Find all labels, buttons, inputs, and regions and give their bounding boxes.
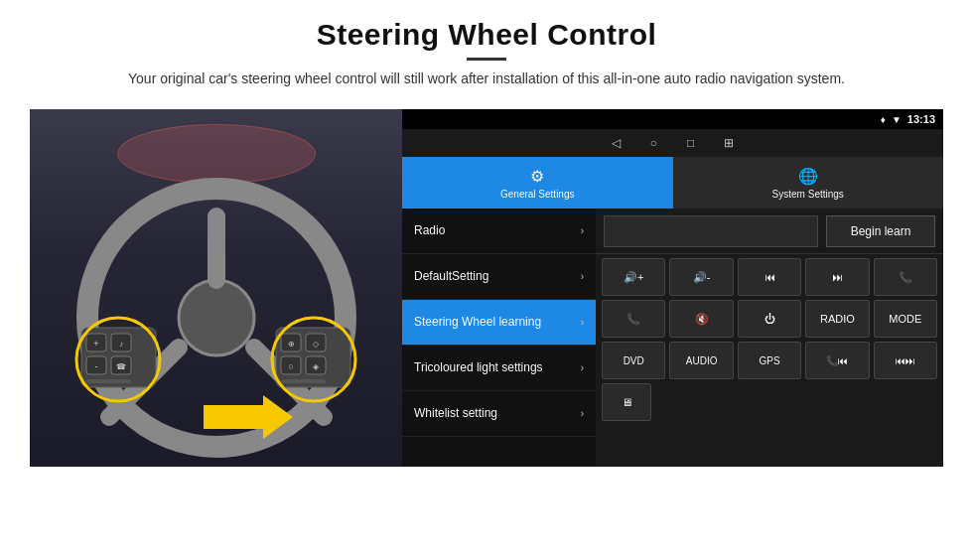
menu-item-radio[interactable]: Radio ›	[402, 209, 596, 254]
controls-grid: 🔊+ 🔊- ⏮ ⏭ 📞	[596, 254, 943, 342]
phone-icon: 📞	[899, 271, 912, 284]
ctrl-row-2: 📞 🔇 ⏻ RADIO MO	[602, 300, 937, 338]
nav-bar: ◁ ○ □ ⊞	[402, 129, 943, 157]
svg-text:☎: ☎	[116, 362, 126, 371]
svg-text:-: -	[95, 361, 98, 371]
chevron-right-icon: ›	[581, 225, 584, 236]
menu-item-whitelist[interactable]: Whitelist setting ›	[402, 391, 596, 437]
prev-next-button[interactable]: ⏮⏭	[874, 342, 937, 379]
svg-text:◇: ◇	[313, 340, 320, 349]
mute-icon: 🔇	[695, 313, 709, 326]
chevron-right-icon: ›	[581, 362, 584, 373]
dvd-button[interactable]: DVD	[602, 342, 665, 379]
menu-item-tricolour[interactable]: Tricoloured light settings ›	[402, 346, 596, 391]
gps-label: GPS	[759, 355, 779, 366]
radio-row: Begin learn	[596, 209, 943, 254]
status-bar: ♦ ▼ 13:13	[402, 109, 943, 129]
back-nav-icon[interactable]: ◁	[612, 136, 621, 150]
prev-next-icon: ⏮⏭	[896, 355, 915, 366]
bottom-row: DVD AUDIO GPS 📞⏮ ⏮⏭	[596, 342, 943, 383]
title-divider	[467, 58, 506, 61]
menu-tricolour-label: Tricoloured light settings	[414, 360, 543, 376]
audio-label: AUDIO	[686, 355, 718, 366]
menu-default-label: DefaultSetting	[414, 269, 488, 285]
gps-button[interactable]: GPS	[738, 342, 801, 379]
signal-icon: ▼	[892, 114, 902, 125]
next-track-button[interactable]: ⏭	[805, 258, 869, 296]
gear-icon: ⚙	[530, 167, 544, 186]
phone-prev-button[interactable]: 📞⏮	[805, 342, 869, 379]
android-screen: ♦ ▼ 13:13 ◁ ○ □ ⊞ ⚙ General Settings �	[402, 109, 943, 467]
svg-text:◈: ◈	[313, 362, 320, 371]
menu-item-default[interactable]: DefaultSetting ›	[402, 254, 596, 300]
recent-nav-icon[interactable]: □	[687, 136, 694, 150]
next-track-icon: ⏭	[832, 271, 843, 283]
chevron-right-icon: ›	[581, 317, 584, 328]
status-time: 13:13	[907, 113, 935, 125]
prev-track-icon: ⏮	[764, 271, 775, 283]
tab-system-settings[interactable]: 🌐 System Settings	[673, 157, 944, 209]
radio-button[interactable]: RADIO	[805, 300, 869, 338]
system-icon: 🌐	[798, 167, 818, 186]
tab-system-label: System Settings	[772, 189, 844, 200]
begin-learn-button[interactable]: Begin learn	[826, 215, 935, 247]
audio-button[interactable]: AUDIO	[669, 342, 733, 379]
svg-text:⊕: ⊕	[288, 340, 295, 349]
svg-rect-24	[281, 379, 326, 383]
steering-wheel-image: + ♪ - ☎ ⊕ ◇ ○ ◈	[30, 109, 402, 467]
menu-nav-icon[interactable]: ⊞	[724, 136, 734, 150]
mute-button[interactable]: 🔇	[669, 300, 733, 338]
vol-up-button[interactable]: 🔊+	[602, 258, 665, 296]
vol-down-button[interactable]: 🔊-	[669, 258, 733, 296]
svg-text:+: +	[93, 339, 98, 349]
menu-item-steering[interactable]: Steering Wheel learning ›	[402, 300, 596, 346]
radio-label: RADIO	[820, 313, 855, 325]
title-section: Steering Wheel Control Your original car…	[128, 18, 845, 101]
home-nav-icon[interactable]: ○	[650, 136, 657, 150]
tab-general-label: General Settings	[500, 189, 575, 200]
ctrl-row-1: 🔊+ 🔊- ⏮ ⏭ 📞	[602, 258, 937, 296]
tab-general-settings[interactable]: ⚙ General Settings	[402, 157, 673, 209]
mode-button[interactable]: MODE	[874, 300, 937, 338]
call-button[interactable]: 📞	[874, 258, 937, 296]
display-icon: 🖥	[622, 396, 632, 408]
extra-bottom-row: 🖥	[596, 383, 943, 425]
power-icon: ⏻	[764, 313, 775, 325]
answer-icon: 📞	[626, 313, 640, 326]
vol-down-icon: 🔊-	[693, 271, 711, 284]
svg-text:♪: ♪	[119, 340, 123, 349]
content-area: + ♪ - ☎ ⊕ ◇ ○ ◈	[30, 109, 943, 467]
svg-point-1	[179, 280, 254, 355]
tab-bar: ⚙ General Settings 🌐 System Settings	[402, 157, 943, 209]
menu-radio-label: Radio	[414, 223, 445, 239]
answer-call-button[interactable]: 📞	[602, 300, 665, 338]
status-bar-right: ♦ ▼ 13:13	[881, 113, 935, 125]
radio-input-display	[604, 215, 818, 247]
svg-text:○: ○	[288, 361, 293, 371]
page-subtitle: Your original car's steering wheel contr…	[128, 69, 845, 89]
power-button[interactable]: ⏻	[738, 300, 801, 338]
steering-wheel-svg: + ♪ - ☎ ⊕ ◇ ○ ◈	[30, 109, 402, 467]
prev-track-button[interactable]: ⏮	[738, 258, 801, 296]
chevron-right-icon: ›	[581, 408, 584, 419]
menu-whitelist-label: Whitelist setting	[414, 406, 497, 422]
vol-up-icon: 🔊+	[624, 271, 643, 284]
menu-steering-label: Steering Wheel learning	[414, 315, 541, 331]
settings-panel: Radio › DefaultSetting › Steering Wheel …	[402, 209, 943, 467]
menu-list: Radio › DefaultSetting › Steering Wheel …	[402, 209, 596, 467]
mode-label: MODE	[889, 313, 921, 325]
controls-panel: Begin learn 🔊+ 🔊- ⏮	[596, 209, 943, 467]
location-icon: ♦	[881, 114, 886, 125]
dvd-label: DVD	[624, 355, 644, 366]
svg-rect-14	[86, 379, 131, 383]
display-button[interactable]: 🖥	[602, 383, 651, 421]
chevron-right-icon: ›	[581, 271, 584, 282]
page-title: Steering Wheel Control	[128, 18, 845, 52]
page-wrapper: Steering Wheel Control Your original car…	[0, 0, 973, 560]
phone-prev-icon: 📞⏮	[826, 355, 848, 366]
